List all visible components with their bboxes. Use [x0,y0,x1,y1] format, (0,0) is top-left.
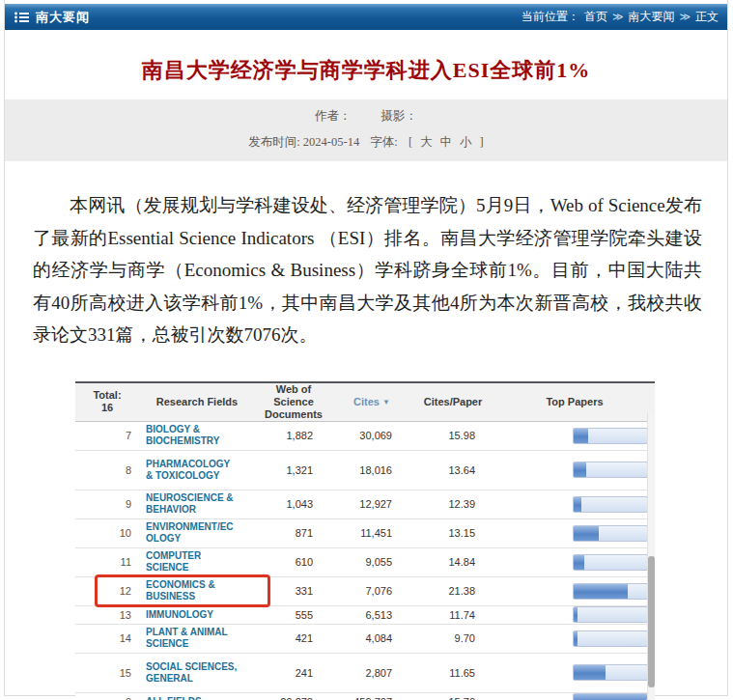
total-value: 16 [75,402,139,414]
row-top-papers-cell [494,450,655,490]
row-documents: 871 [255,518,332,547]
row-cites-per-paper: 15.70 [411,692,494,700]
row-top-papers-cell: 4 [494,692,655,700]
row-field-link[interactable]: BIOLOGY & BIOCHEMISTRY [139,421,255,450]
vertical-scroll-thumb[interactable] [648,556,655,687]
esi-table-row[interactable]: 0 ALL FIELDS 29,273 459,707 15.70 4 [75,692,655,700]
row-cites-per-paper: 11.65 [411,653,494,692]
row-cites-per-paper: 9.70 [411,624,494,653]
row-documents: 241 [255,653,332,692]
bracket-close: ] [480,135,484,149]
row-field-link[interactable]: ALL FIELDS [139,692,255,700]
row-field-link[interactable]: COMPUTER SCIENCE [139,547,255,576]
esi-table-row[interactable]: 13 IMMUNOLOGY 555 6,513 11.74 [75,605,655,624]
font-size-medium-link[interactable]: 中 [440,135,453,149]
sort-descending-icon: ▼ [382,398,390,406]
row-cites: 7,076 [332,576,411,605]
esi-table-row[interactable]: 14 PLANT & ANIMAL SCIENCE 421 4,084 9.70 [75,624,655,653]
row-cites-per-paper: 21.38 [411,576,494,605]
bracket-open: [ [409,135,412,149]
row-rank: 11 [75,547,139,576]
esi-table-row[interactable]: 7 BIOLOGY & BIOCHEMISTRY 1,882 30,069 15… [75,421,655,450]
esi-table-image: Total: 16 Research Fields Web of Science… [75,381,655,700]
top-papers-bar [573,462,648,478]
top-papers-bar-fill [574,497,581,512]
page-container: 南大要闻 当前位置： 首页 ≫ 南大要闻 ≫ 正文 南昌大学经济学与商学学科进入… [4,0,728,696]
top-papers-bar [573,554,648,571]
top-papers-bar-fill [574,607,578,622]
row-rank: 7 [75,421,139,450]
list-icon [14,12,29,23]
article-body: 本网讯（发展规划与学科建设处、经济管理学院）5月9日，Web of Scienc… [33,189,702,351]
row-documents: 1,043 [255,490,332,518]
breadcrumb-separator: ≫ [679,11,691,23]
esi-table-row[interactable]: 9 NEUROSCIENCE & BEHAVIOR 1,043 12,927 1… [75,490,655,518]
row-documents: 1,882 [255,421,332,450]
breadcrumb-current-link[interactable]: 正文 [695,9,719,25]
top-papers-bar: 4 [573,693,648,700]
row-top-papers-cell [494,653,655,692]
row-cites: 9,055 [332,547,411,576]
row-top-papers-cell [494,624,655,653]
row-rank: 12 [75,576,139,605]
row-cites-per-paper: 14.84 [411,547,494,576]
breadcrumb-label: 当前位置： [522,9,579,25]
row-field-link[interactable]: PHARMACOLOGY & TOXICOLOGY [139,450,255,490]
row-field-link[interactable]: PLANT & ANIMAL SCIENCE [139,624,255,653]
breadcrumb-section-link[interactable]: 南大要闻 [628,9,674,25]
font-size-large-link[interactable]: 大 [420,135,433,149]
font-size-small-link[interactable]: 小 [460,135,472,149]
esi-header-row: Total: 16 Research Fields Web of Science… [75,382,655,422]
row-cites-per-paper: 13.15 [411,518,494,547]
row-rank: 10 [75,518,139,547]
photographer-label: 摄影： [381,109,418,123]
row-rank: 8 [75,450,139,490]
esi-table-row[interactable]: 8 PHARMACOLOGY & TOXICOLOGY 1,321 18,016… [75,450,655,490]
row-top-papers-cell [494,576,655,605]
row-rank: 9 [75,490,139,518]
col-header-cites-per-paper[interactable]: Cites/Paper [411,382,494,422]
row-cites: 2,807 [332,653,411,692]
row-documents: 1,321 [255,450,332,490]
row-top-papers-cell [494,547,655,576]
table-vertical-scrollbar[interactable] [647,413,655,700]
breadcrumb-home-link[interactable]: 首页 [584,9,607,25]
esi-table: Total: 16 Research Fields Web of Science… [75,381,655,700]
row-field-link[interactable]: SOCIAL SCIENCES, GENERAL [139,653,255,692]
esi-table-row[interactable]: 11 COMPUTER SCIENCE 610 9,055 14.84 [75,547,655,576]
top-papers-bar [573,664,648,681]
col-header-cites[interactable]: Cites ▼ [332,382,411,422]
row-cites-per-paper: 12.39 [411,490,494,518]
esi-table-row[interactable]: 15 SOCIAL SCIENCES, GENERAL 241 2,807 11… [75,653,655,692]
col-header-top-papers[interactable]: Top Papers [494,382,655,422]
top-papers-bar [573,606,648,623]
font-size-label: 字体: [370,135,401,149]
row-cites-per-paper: 13.64 [411,450,494,490]
breadcrumb: 当前位置： 首页 ≫ 南大要闻 ≫ 正文 [522,9,727,25]
row-documents: 555 [255,605,332,624]
row-field-link[interactable]: ECONOMICS & BUSINESS [139,576,255,605]
meta-author-row: 作者： 摄影： [5,108,727,125]
row-field-link[interactable]: IMMUNOLOGY [139,605,255,624]
esi-table-row[interactable]: 12 ECONOMICS & BUSINESS 331 7,076 21.38 [75,576,655,605]
row-cites: 18,016 [332,450,411,490]
total-header: Total: 16 [75,382,139,422]
row-rank: 15 [75,653,139,692]
col-header-research-fields[interactable]: Research Fields [139,382,255,422]
row-documents: 331 [255,576,332,605]
row-top-papers-cell [494,518,655,547]
top-papers-bar [573,496,648,513]
breadcrumb-separator: ≫ [612,11,624,23]
esi-table-row[interactable]: 10 ENVIRONMENT/ECOLOGY 871 11,451 13.15 [75,518,655,547]
row-field-link[interactable]: ENVIRONMENT/ECOLOGY [139,518,255,547]
row-documents: 29,273 [255,692,332,700]
row-cites-per-paper: 11.74 [411,605,494,624]
top-papers-bar-fill [574,584,628,599]
row-rank: 0 [75,692,139,700]
top-papers-bar [573,525,648,542]
top-papers-bar [573,428,648,444]
top-papers-bar-fill [574,526,599,541]
row-field-link[interactable]: NEUROSCIENCE & BEHAVIOR [139,490,255,518]
col-header-documents[interactable]: Web of Science Documents [255,382,332,422]
top-papers-bar-fill [574,429,588,443]
